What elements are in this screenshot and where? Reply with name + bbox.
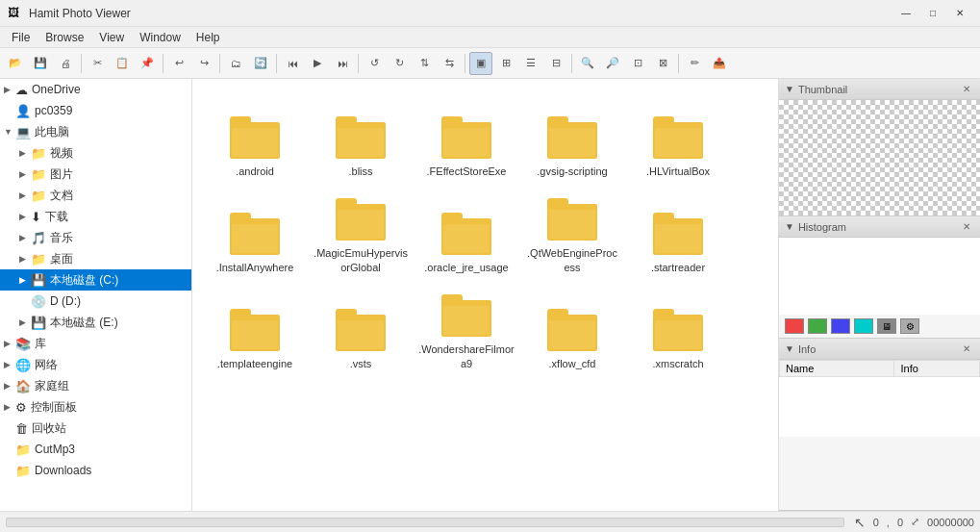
info-close[interactable]: ✕	[959, 342, 974, 356]
maximize-button[interactable]: □	[920, 4, 945, 23]
sidebar-item-cutmp3[interactable]: 📁 CutMp3	[0, 439, 191, 460]
tb-view-compare[interactable]: ⊟	[544, 52, 567, 75]
coord-y: 0	[897, 517, 903, 528]
tb-zoom-actual[interactable]: ⊠	[651, 52, 674, 75]
file-item[interactable]: .vsts	[308, 281, 414, 377]
sidebar-label: 控制面板	[31, 399, 77, 416]
sidebar-item-cdrive[interactable]: ▶ 💾 本地磁盘 (C:)	[0, 269, 191, 291]
info-col-value: Info	[894, 361, 980, 377]
file-item[interactable]: .InstallAnywhere	[202, 185, 308, 281]
file-name: .android	[236, 165, 274, 178]
file-item[interactable]: .FEffectStoreExe	[414, 89, 519, 185]
tb-prev[interactable]: ⏮	[281, 52, 304, 75]
tb-browse[interactable]: 🗂	[224, 52, 247, 75]
menu-file[interactable]: File	[4, 29, 38, 46]
horizontal-scrollbar[interactable]	[6, 518, 844, 527]
file-item[interactable]: .android	[202, 89, 308, 185]
tb-cut[interactable]: ✂	[86, 52, 109, 75]
menu-browse[interactable]: Browse	[38, 29, 91, 46]
tb-next[interactable]: ⏭	[331, 52, 354, 75]
minimize-button[interactable]: —	[893, 4, 918, 23]
tb-view-list[interactable]: ☰	[519, 52, 542, 75]
menu-window[interactable]: Window	[132, 29, 188, 46]
sidebar-label: 回收站	[32, 420, 66, 437]
tb-redo[interactable]: ↪	[192, 52, 215, 75]
color-btn-red[interactable]	[785, 318, 804, 334]
coord-sep: ,	[887, 517, 890, 528]
recycle-icon: 🗑	[15, 421, 28, 436]
sidebar-item-pictures[interactable]: ▶ 📁 图片	[0, 164, 191, 185]
sidebar-item-controlpanel[interactable]: ▶ ⚙ 控制面板	[0, 396, 191, 418]
tb-edit[interactable]: ✏	[683, 52, 706, 75]
color-btn-blue[interactable]	[831, 318, 850, 334]
tb-flipv[interactable]: ⇅	[413, 52, 436, 75]
file-item[interactable]: .startreader	[625, 185, 731, 281]
sidebar-label: 桌面	[50, 251, 73, 267]
info-table: Name Info	[779, 360, 980, 377]
file-item[interactable]: .bliss	[308, 89, 414, 185]
sidebar-item-library[interactable]: ▶ 📚 库	[0, 333, 191, 354]
sidebar-item-thispc[interactable]: ▼ 💻 此电脑	[0, 121, 191, 142]
file-name: .gvsig-scripting	[537, 165, 607, 178]
sidebar-item-ddrive[interactable]: 💿 D (D:)	[0, 291, 191, 312]
tb-rotateright[interactable]: ↻	[388, 52, 411, 75]
tb-paste[interactable]: 📌	[136, 52, 159, 75]
sidebar-item-downloads[interactable]: ▶ ⬇ 下载	[0, 206, 191, 227]
tb-zoom-fit[interactable]: ⊡	[626, 52, 649, 75]
folder-shape	[230, 116, 280, 159]
folder-shape	[230, 309, 280, 351]
file-item[interactable]: .gvsig-scripting	[519, 89, 625, 185]
tb-zoom-in[interactable]: 🔍	[576, 52, 599, 75]
sidebar-item-pc0359[interactable]: 👤 pc0359	[0, 100, 191, 121]
sidebar-item-homegroup[interactable]: ▶ 🏠 家庭组	[0, 375, 191, 396]
sidebar-item-documents[interactable]: ▶ 📁 文档	[0, 185, 191, 206]
color-btn-cyan[interactable]	[854, 318, 873, 334]
file-item[interactable]: .QtWebEngineProcess	[519, 185, 625, 281]
tb-refresh[interactable]: 🔄	[249, 52, 272, 75]
tb-sep8	[678, 54, 679, 73]
tb-zoom-out[interactable]: 🔎	[601, 52, 624, 75]
menu-view[interactable]: View	[91, 29, 132, 46]
color-btn-green[interactable]	[808, 318, 827, 334]
tb-share[interactable]: 📤	[708, 52, 731, 75]
file-item[interactable]: .oracle_jre_usage	[414, 185, 519, 281]
file-name: .HLVirtualBox	[646, 165, 710, 178]
file-item[interactable]: .HLVirtualBox	[625, 89, 731, 185]
color-btn-monitor[interactable]: 🖥	[877, 318, 896, 334]
tb-play[interactable]: ▶	[306, 52, 329, 75]
file-item[interactable]: .WondershareFilmora9	[414, 281, 519, 377]
sidebar-item-recycle[interactable]: 🗑 回收站	[0, 418, 191, 439]
tb-undo[interactable]: ↩	[167, 52, 190, 75]
tb-copy[interactable]: 📋	[111, 52, 134, 75]
file-item[interactable]: .xflow_cfd	[519, 281, 625, 377]
file-item[interactable]: .MagicEmuHypervisorGlobal	[308, 185, 414, 281]
folder-shape	[547, 116, 597, 159]
tb-open[interactable]: 📂	[4, 52, 27, 75]
close-button[interactable]: ✕	[947, 4, 972, 23]
file-item[interactable]: .xmscratch	[625, 281, 731, 377]
triangle-icon: ▼	[785, 84, 794, 94]
tb-rotateleft[interactable]: ↺	[363, 52, 386, 75]
sidebar-item-network[interactable]: ▶ 🌐 网络	[0, 354, 191, 375]
sidebar-item-edrive[interactable]: ▶ 💾 本地磁盘 (E:)	[0, 312, 191, 333]
histogram-close[interactable]: ✕	[959, 219, 974, 234]
sidebar-item-videos[interactable]: ▶ 📁 视频	[0, 142, 191, 164]
tb-save[interactable]: 💾	[29, 52, 52, 75]
tb-print[interactable]: 🖨	[54, 52, 77, 75]
menu-help[interactable]: Help	[188, 29, 228, 46]
thumbnail-close[interactable]: ✕	[959, 82, 974, 96]
histogram-header: ▼ Histogram ✕	[779, 216, 980, 238]
tb-fliph[interactable]: ⇆	[438, 52, 461, 75]
sidebar-item-desktop[interactable]: ▶ 📁 桌面	[0, 248, 191, 269]
folder-shape	[653, 116, 703, 159]
file-item[interactable]: .templateengine	[202, 281, 308, 377]
arrow-icon: ▶	[19, 212, 31, 221]
tb-view-single[interactable]: ▣	[469, 52, 492, 75]
sidebar-label: 本地磁盘 (E:)	[50, 315, 118, 331]
tb-view-grid[interactable]: ⊞	[494, 52, 517, 75]
sidebar-item-onedrive[interactable]: ▶ ☁ OneDrive	[0, 79, 191, 100]
sidebar-item-music[interactable]: ▶ 🎵 音乐	[0, 227, 191, 248]
color-btn-settings[interactable]: ⚙	[900, 318, 919, 334]
sidebar-item-downloads-folder[interactable]: 📁 Downloads	[0, 460, 191, 481]
info-section: ▼ Info ✕ Name Info	[779, 339, 980, 511]
